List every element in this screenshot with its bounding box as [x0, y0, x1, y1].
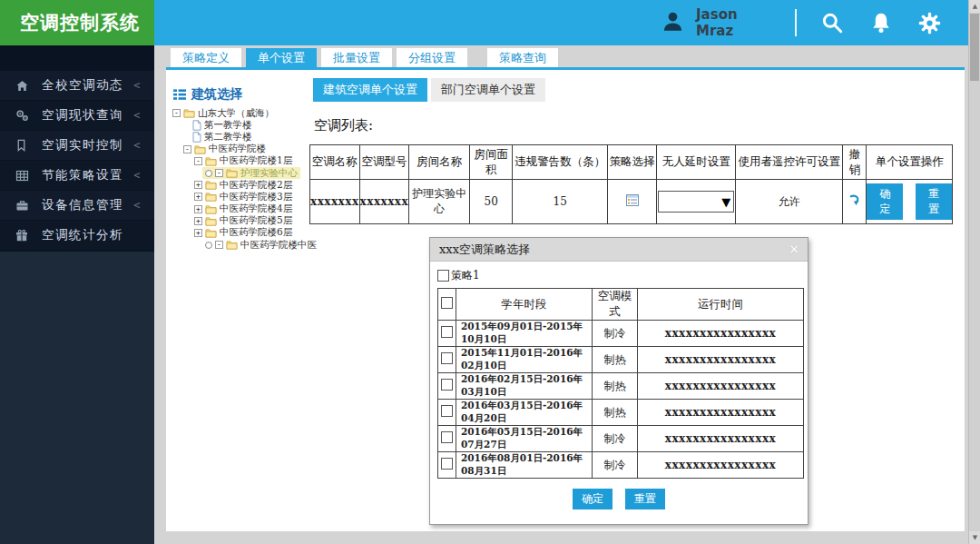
sidebar-menu: 全校空调动态<空调现状查询<空调实时控制<节能策略设置<设备信息管理<空调统计分… [0, 45, 154, 250]
policy-row-checkbox[interactable] [441, 405, 453, 417]
sidebar-item-label: 全校空调动态 [42, 77, 123, 94]
chevron-left-icon: < [133, 169, 142, 182]
tree-node[interactable]: -中医药学院楼 [181, 143, 269, 155]
radio-icon[interactable] [205, 170, 212, 177]
expand-icon[interactable]: + [194, 229, 202, 237]
tab-5[interactable]: 策略查询 [487, 48, 558, 67]
row-reset-button[interactable]: 重置 [916, 183, 952, 220]
scroll-up-icon[interactable]: ▲ [969, 0, 980, 13]
sidebar-item-4[interactable]: 节能策略设置< [0, 161, 154, 190]
expand-icon[interactable]: + [194, 217, 202, 225]
expand-icon[interactable]: + [194, 205, 202, 213]
policy-grid-icon[interactable] [626, 194, 639, 209]
sidebar-item-label: 节能策略设置 [42, 167, 123, 183]
policy-row-checkbox-cell [438, 321, 456, 347]
modal-confirm-button[interactable]: 确定 [573, 489, 612, 509]
ac-table: 空调名称 空调型号 房间名称 房间面积 违规警告数（条） 策略选择 无人延时设置… [309, 144, 953, 224]
tree-node[interactable]: -山东大学（威海） [170, 107, 277, 119]
sidebar-item-5[interactable]: 设备信息管理< [0, 191, 154, 220]
tab-4[interactable]: 分组设置 [397, 48, 467, 67]
policy-row-checkbox[interactable] [441, 352, 453, 364]
vertical-scrollbar[interactable]: ▲ ▼ [968, 0, 980, 544]
policy-row-checkbox-cell [438, 452, 456, 479]
col-unattended-delay: 无人延时设置 [657, 145, 736, 180]
policy-row-runtime: xxxxxxxxxxxxxxxx [638, 373, 804, 400]
tree-node-label: 中医药学院楼5层 [220, 214, 292, 227]
tree-node[interactable]: -中医药学院楼1层 [191, 155, 295, 167]
file-icon [192, 132, 201, 143]
tree-node[interactable]: +中医药学院楼5层 [191, 215, 295, 227]
policy-row-mode: 制冷 [593, 452, 638, 479]
policy-row-5: 2016年05月15日-2016年07月27日制冷xxxxxxxxxxxxxxx… [438, 426, 804, 452]
tree-node-label: 第一教学楼 [204, 119, 252, 132]
tree-node[interactable]: +中医药学院楼6层 [191, 227, 295, 239]
collapse-icon[interactable]: - [183, 145, 191, 153]
close-icon[interactable]: × [789, 242, 799, 256]
tab-3[interactable]: 批量设置 [321, 48, 392, 67]
policy-row-checkbox-cell [438, 400, 456, 426]
tree-node-label: 山东大学（威海） [198, 107, 274, 120]
sidebar-item-3[interactable]: 空调实时控制< [0, 131, 154, 160]
tree-node-label: 中医药学院楼4层 [220, 203, 292, 215]
home-icon [15, 80, 31, 92]
tree-node-label: 中医药学院楼1层 [220, 154, 292, 167]
folder-icon [226, 168, 238, 178]
search-icon[interactable] [820, 11, 844, 35]
policy-row-checkbox[interactable] [441, 379, 453, 391]
sidebar-item-2[interactable]: 空调现状查询< [0, 101, 154, 130]
row-confirm-button[interactable]: 确定 [867, 183, 903, 220]
modal-reset-button[interactable]: 重置 [625, 489, 665, 509]
tree-node[interactable]: +中医药学院楼3层 [191, 191, 295, 203]
ac-table-header-row: 空调名称 空调型号 房间名称 房间面积 违规警告数（条） 策略选择 无人延时设置… [310, 145, 953, 180]
tree-node[interactable]: 第二教学楼 [190, 131, 255, 143]
policy1-label: 策略1 [451, 268, 480, 283]
policy-row-checkbox[interactable] [441, 326, 453, 338]
tab-1[interactable]: 策略定义 [171, 48, 241, 67]
policy-table-body: 学年时段 空调模式 运行时间 2015年09月01日-2015年10月10日制冷… [438, 289, 804, 479]
scrollbar-thumb[interactable] [970, 14, 979, 81]
collapse-icon[interactable]: - [172, 109, 181, 117]
undo-arrow-icon[interactable] [848, 193, 861, 211]
tree-node[interactable]: -护理实验中心 [202, 167, 300, 179]
tab-2[interactable]: 单个设置 [246, 48, 317, 67]
col-policy-select: 策略选择 [608, 145, 657, 180]
header-right-area: Jason Mraz [661, 0, 968, 45]
expand-icon[interactable]: + [194, 193, 202, 201]
cell-warning-count: 15 [513, 180, 608, 224]
gear-icon[interactable] [918, 12, 941, 35]
delay-select-dropdown[interactable]: ▼ [658, 191, 734, 213]
select-all-checkbox[interactable] [441, 297, 453, 309]
tree-node[interactable]: +中医药学院楼2层 [191, 179, 295, 191]
collapse-icon[interactable]: - [215, 169, 223, 177]
policy-row-checkbox[interactable] [441, 458, 453, 470]
tree-node[interactable]: +中医药学院楼4层 [191, 203, 295, 215]
radio-icon[interactable] [205, 242, 212, 249]
tree-node-label: 中医药学院楼中医 [240, 239, 317, 252]
col-run-time: 运行时间 [638, 289, 804, 321]
policy-row-checkbox[interactable] [441, 431, 453, 443]
ac-table-row: xxxxxxx xxxxxxx 护理实验中心 50 15 ▼ [310, 180, 953, 224]
policy-row-mode: 制热 [593, 400, 638, 426]
app-logo: 空调控制系统 [0, 0, 154, 45]
subtab-2[interactable]: 部门空调单个设置 [431, 78, 545, 102]
collapse-icon[interactable]: - [215, 241, 223, 249]
folder-icon [183, 108, 195, 118]
tree-node[interactable]: 第一教学楼 [190, 119, 255, 131]
sidebar-item-6[interactable]: 空调统计分析 [0, 221, 154, 250]
bell-icon[interactable] [871, 12, 891, 34]
scroll-down-icon[interactable]: ▼ [969, 531, 980, 544]
policy1-checkbox[interactable] [437, 270, 449, 282]
user-avatar-icon [661, 9, 685, 37]
chevron-left-icon: < [133, 109, 142, 122]
sidebar-item-1[interactable]: 全校空调动态< [0, 71, 154, 100]
tree-node-label: 中医药学院楼6层 [220, 226, 292, 239]
tree-node[interactable]: -中医药学院楼中医 [202, 239, 319, 251]
sidebar-item-label: 设备信息管理 [42, 197, 123, 213]
policy-row-period: 2015年09月01日-2015年10月10日 [456, 321, 593, 347]
collapse-icon[interactable]: - [194, 157, 202, 165]
list-icon [173, 89, 186, 100]
policy1-row: 策略1 [437, 268, 808, 283]
cell-remote-permission: 允许 [736, 180, 843, 224]
subtab-1[interactable]: 建筑空调单个设置 [313, 78, 427, 102]
expand-icon[interactable]: + [194, 181, 202, 189]
